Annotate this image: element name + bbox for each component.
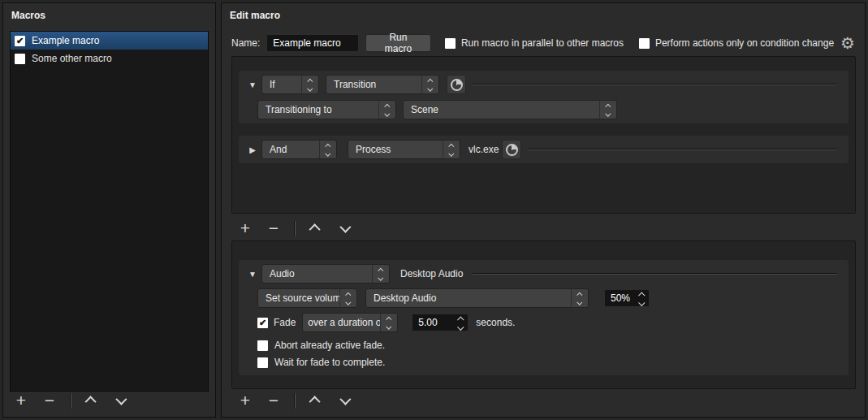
condition-type-select[interactable]: Process xyxy=(348,140,460,159)
collapse-collapsed-icon[interactable]: ▶ xyxy=(244,145,261,154)
spinner-icon[interactable] xyxy=(636,290,649,306)
spinner-icon[interactable] xyxy=(301,76,318,93)
abort-fade-row: Abort already active fade. xyxy=(244,340,844,351)
condition-change-checkbox[interactable] xyxy=(639,38,650,49)
spinner-icon[interactable] xyxy=(421,76,438,93)
logic-select[interactable]: If xyxy=(261,75,319,94)
spinner-icon[interactable] xyxy=(455,314,468,331)
remove-macro-button[interactable]: − xyxy=(39,390,60,411)
toolbar-separator xyxy=(294,393,296,409)
condition-change-checkbox-group[interactable]: Perform actions only on condition change xyxy=(639,37,834,49)
add-action-button[interactable]: + xyxy=(235,390,256,411)
divider-line xyxy=(528,149,837,150)
fade-mode-select[interactable]: over a duration of xyxy=(302,313,398,332)
audio-source-select[interactable]: Desktop Audio xyxy=(365,288,589,308)
wait-fade-checkbox[interactable] xyxy=(257,357,268,368)
action-header-row: ▼ Audio Desktop Audio xyxy=(244,264,844,284)
process-name-text: vlc.exe xyxy=(469,144,499,155)
spinner-icon[interactable] xyxy=(372,265,389,283)
fade-label: Fade xyxy=(274,317,296,328)
abort-fade-checkbox[interactable] xyxy=(257,340,268,351)
logic-select[interactable]: And xyxy=(261,140,337,159)
conditions-area: ▼ If Transition xyxy=(231,56,856,214)
name-label: Name: xyxy=(231,37,260,49)
edit-macro-panel: Edit macro Name: Run macro Run macro in … xyxy=(221,2,866,418)
spinner-icon[interactable] xyxy=(599,101,616,119)
move-macro-up-button[interactable] xyxy=(81,390,102,411)
conditions-toolbar: + − xyxy=(235,217,355,240)
spinner-icon[interactable] xyxy=(339,289,356,307)
volume-row: Set source volume Desktop Audio 50% xyxy=(244,288,844,308)
chevron-down-icon xyxy=(339,394,351,405)
spinner-icon[interactable] xyxy=(319,141,336,158)
condition-detail-row: Transitioning to Scene xyxy=(244,100,844,119)
macros-panel: Macros ✔ Example macro Some other macro … xyxy=(2,2,216,418)
move-macro-down-button[interactable] xyxy=(110,390,131,411)
action-type-select[interactable]: Audio xyxy=(261,264,390,284)
macro-enabled-checkbox[interactable]: ✔ xyxy=(15,36,25,46)
spinner-icon[interactable] xyxy=(571,289,588,307)
divider-line xyxy=(473,273,837,275)
parallel-checkbox-label: Run macro in parallel to other macros xyxy=(461,37,624,49)
abort-fade-label: Abort already active fade. xyxy=(274,340,385,351)
collapse-expanded-icon[interactable]: ▼ xyxy=(244,270,261,279)
action-summary-text: Desktop Audio xyxy=(400,268,463,279)
macro-list-item[interactable]: Some other macro xyxy=(11,50,208,67)
macros-panel-title: Macros xyxy=(11,10,45,21)
gear-icon[interactable]: ⚙ xyxy=(840,35,855,51)
chevron-down-icon xyxy=(115,394,127,405)
move-action-down-button[interactable] xyxy=(334,390,355,411)
edit-macro-panel-title: Edit macro xyxy=(230,10,280,21)
condition-entry[interactable]: ▼ If Transition xyxy=(239,71,849,123)
action-entry[interactable]: ▼ Audio Desktop Audio Set source volume xyxy=(239,260,849,375)
move-condition-up-button[interactable] xyxy=(305,218,326,239)
macro-enabled-checkbox[interactable] xyxy=(15,54,25,64)
add-condition-button[interactable]: + xyxy=(235,218,256,239)
toolbar-separator xyxy=(294,221,296,236)
condition-entry[interactable]: ▶ And Process vlc.exe xyxy=(239,136,849,163)
spinner-icon[interactable] xyxy=(443,141,460,158)
macro-list[interactable]: ✔ Example macro Some other macro xyxy=(10,31,209,392)
condition-change-checkbox-label: Perform actions only on condition change xyxy=(655,37,834,49)
duration-modifier-button[interactable] xyxy=(502,140,521,159)
advanced-scene-switcher-window: Macros ✔ Example macro Some other macro … xyxy=(0,0,868,420)
run-macro-button[interactable]: Run macro xyxy=(365,34,430,52)
macro-label: Some other macro xyxy=(32,53,112,64)
duration-modifier-button[interactable] xyxy=(447,75,466,94)
volume-spinbox[interactable]: 50% xyxy=(604,289,650,307)
move-action-up-button[interactable] xyxy=(305,390,326,411)
scene-select[interactable]: Scene xyxy=(403,100,617,119)
macro-label: Example macro xyxy=(32,35,99,46)
seconds-label: seconds. xyxy=(476,317,515,328)
chevron-up-icon xyxy=(309,396,321,407)
fade-row: ✔ Fade over a duration of 5.00 seconds. xyxy=(244,313,844,332)
collapse-expanded-icon[interactable]: ▼ xyxy=(244,80,261,89)
remove-condition-button[interactable]: − xyxy=(263,218,284,239)
transition-field-select[interactable]: Transitioning to xyxy=(257,100,396,119)
condition-header-row: ▶ And Process vlc.exe xyxy=(244,140,844,159)
parallel-checkbox[interactable] xyxy=(445,38,456,49)
move-condition-down-button[interactable] xyxy=(334,218,355,239)
macros-toolbar: + − xyxy=(11,389,131,412)
condition-type-select[interactable]: Transition xyxy=(326,75,439,94)
fade-checkbox[interactable]: ✔ xyxy=(257,318,268,328)
audio-operation-select[interactable]: Set source volume xyxy=(257,288,357,308)
fade-duration-spinbox[interactable]: 5.00 xyxy=(412,314,469,331)
chevron-up-icon xyxy=(85,396,97,407)
chevron-up-icon xyxy=(309,223,321,235)
add-macro-button[interactable]: + xyxy=(11,390,32,411)
toolbar-separator xyxy=(70,393,71,409)
spinner-icon[interactable] xyxy=(378,101,395,119)
divider-line xyxy=(473,84,837,85)
spinner-icon[interactable] xyxy=(380,314,397,331)
chevron-down-icon xyxy=(339,222,351,233)
condition-header-row: ▼ If Transition xyxy=(244,75,844,94)
wait-fade-label: Wait for fade to complete. xyxy=(274,357,385,368)
clock-icon xyxy=(506,144,518,156)
parallel-checkbox-group[interactable]: Run macro in parallel to other macros xyxy=(445,37,624,49)
macro-list-item[interactable]: ✔ Example macro xyxy=(11,32,208,50)
remove-action-button[interactable]: − xyxy=(263,390,284,411)
macro-name-input[interactable] xyxy=(266,34,359,52)
clock-icon xyxy=(451,79,463,91)
macro-settings-row: Name: Run macro Run macro in parallel to… xyxy=(231,33,855,53)
